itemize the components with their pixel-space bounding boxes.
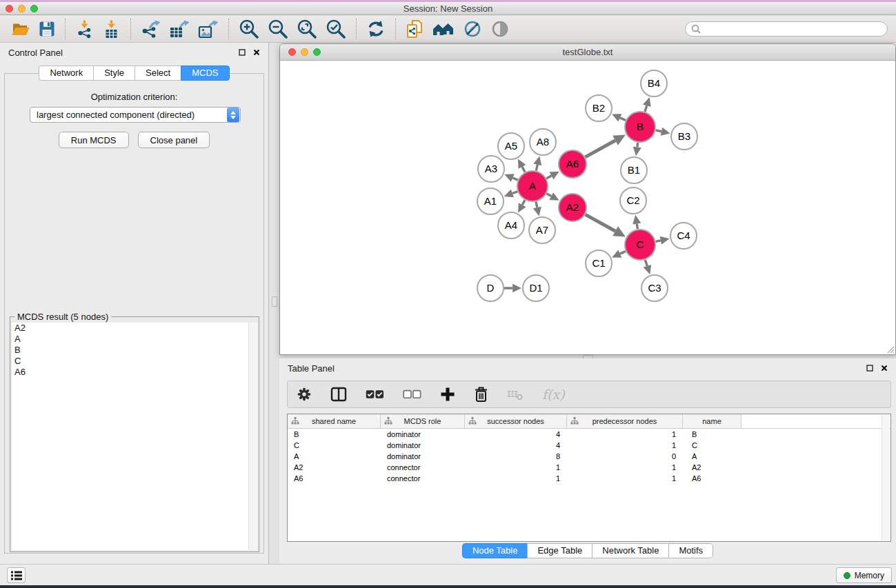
graph-edge[interactable]	[522, 167, 525, 172]
toolbar-separator	[356, 19, 357, 39]
add-column-icon[interactable]	[440, 387, 455, 402]
select-all-columns-icon[interactable]	[366, 389, 384, 399]
criterion-select[interactable]: largest connected component (directed)	[30, 107, 241, 123]
network-graph[interactable]: B4B2BB3A5A8A6A3B1AA1C2A2A4A7C4CC1C3DD1	[280, 61, 895, 354]
graph-node-label: C1	[592, 257, 605, 269]
delete-columns-trash-icon[interactable]	[474, 386, 488, 403]
export-network-button[interactable]	[141, 20, 161, 39]
network-minimize-button[interactable]	[301, 48, 308, 56]
node-table-header: shared name MCDS role successor nodes	[288, 414, 890, 429]
table-settings-gear-icon[interactable]	[297, 387, 312, 402]
close-table-panel-icon[interactable]	[881, 365, 888, 372]
import-table-button[interactable]	[102, 20, 121, 39]
graph-edge[interactable]	[512, 192, 518, 194]
table-row[interactable]: A2connector11A2	[288, 462, 890, 473]
graph-edge[interactable]	[655, 130, 661, 132]
table-row[interactable]: Adominator80A	[288, 451, 890, 462]
network-zoom-button[interactable]	[313, 48, 321, 56]
network-close-button[interactable]	[288, 48, 296, 56]
close-panel-button[interactable]: Close panel	[138, 132, 210, 148]
network-canvas[interactable]: B4B2BB3A5A8A6A3B1AA1C2A2A4A7C4CC1C3DD1	[280, 61, 895, 354]
zoom-in-button[interactable]	[239, 19, 259, 39]
export-table-button[interactable]	[169, 20, 190, 39]
vertical-split-handle[interactable]	[272, 296, 277, 307]
home-button[interactable]	[432, 21, 455, 37]
control-panel: Control Panel Network Style Select MCDS …	[0, 43, 269, 564]
mcds-result-item[interactable]: B	[12, 345, 257, 356]
refresh-layout-button[interactable]	[366, 20, 386, 38]
tab-edge-table[interactable]: Edge Table	[527, 543, 592, 558]
hide-graphics-details-button[interactable]	[463, 19, 482, 39]
zoom-out-button[interactable]	[268, 19, 288, 39]
graph-edge[interactable]	[546, 194, 551, 196]
graph-edge[interactable]	[585, 141, 615, 157]
tab-node-table[interactable]: Node Table	[462, 543, 528, 558]
mcds-result-item[interactable]: A2	[12, 323, 257, 334]
zoom-window-button[interactable]	[30, 5, 38, 12]
graph-edge[interactable]	[620, 251, 626, 254]
mcds-result-item[interactable]: A6	[12, 367, 257, 378]
deselect-all-columns-icon[interactable]	[403, 389, 421, 399]
tab-network[interactable]: Network	[39, 65, 93, 81]
show-panels-button[interactable]	[7, 567, 26, 583]
graph-node-label: C4	[677, 230, 690, 241]
table-scrollbar[interactable]	[882, 415, 890, 540]
graph-edge[interactable]	[637, 223, 637, 229]
zoom-fit-button[interactable]	[297, 19, 317, 39]
graph-edge[interactable]	[645, 260, 647, 266]
graph-edge[interactable]	[656, 241, 661, 242]
graph-edge[interactable]	[522, 200, 525, 205]
toolbar-separator	[65, 19, 66, 39]
toolbar-separator	[130, 19, 131, 39]
tab-mcds[interactable]: MCDS	[181, 65, 229, 81]
run-mcds-button[interactable]: Run MCDS	[59, 132, 129, 148]
table-row[interactable]: A6connector11A6	[288, 473, 890, 484]
tab-network-table[interactable]: Network Table	[592, 543, 668, 558]
open-session-button[interactable]	[11, 21, 30, 37]
mcds-result-item[interactable]: A	[12, 334, 257, 345]
mcds-result-list[interactable]: A2ABCA6	[12, 323, 257, 550]
column-header-successor-nodes[interactable]: successor nodes	[465, 414, 567, 428]
tab-style[interactable]: Style	[93, 65, 135, 81]
close-panel-icon[interactable]	[253, 49, 260, 56]
delete-table-icon[interactable]	[507, 388, 524, 401]
close-window-button[interactable]	[6, 5, 13, 12]
export-table-icon	[169, 20, 190, 39]
float-panel-icon[interactable]	[239, 49, 246, 56]
search-input[interactable]	[701, 23, 882, 34]
float-table-panel-icon[interactable]	[866, 365, 873, 372]
graph-edge[interactable]	[536, 201, 537, 207]
window-resize-handle[interactable]	[886, 345, 895, 354]
graph-edge[interactable]	[645, 105, 647, 112]
function-builder-icon[interactable]: f(x)	[542, 387, 565, 401]
export-image-button[interactable]	[198, 20, 219, 39]
zoom-selected-button[interactable]	[326, 19, 346, 39]
column-type-icon	[384, 417, 392, 425]
graph-edge[interactable]	[512, 178, 518, 180]
tab-motifs[interactable]: Motifs	[668, 543, 713, 558]
column-header-predecessor-nodes[interactable]: predecessor nodes	[567, 414, 683, 428]
column-header-name[interactable]: name	[683, 414, 741, 428]
minimize-window-button[interactable]	[18, 5, 26, 12]
column-header-shared-name[interactable]: shared name	[288, 414, 381, 428]
control-panel-header: Control Panel	[0, 43, 268, 62]
tab-select[interactable]: Select	[135, 65, 181, 81]
memory-button[interactable]: Memory	[836, 567, 892, 583]
result-list-scrollbar[interactable]	[248, 323, 257, 550]
import-network-button[interactable]	[75, 20, 94, 39]
table-row[interactable]: Bdominator41B	[288, 429, 890, 440]
clone-network-button[interactable]	[406, 19, 424, 39]
save-session-button[interactable]	[39, 21, 55, 37]
graph-edge[interactable]	[585, 214, 615, 231]
home-icon	[432, 21, 455, 37]
toggle-bird-eye-view-button[interactable]	[490, 19, 510, 39]
graph-edge[interactable]	[637, 143, 638, 148]
edge-arrowhead-icon	[533, 207, 541, 216]
graph-edge[interactable]	[546, 176, 551, 179]
graph-edge[interactable]	[620, 118, 626, 121]
graph-edge[interactable]	[536, 165, 537, 171]
mcds-result-item[interactable]: C	[12, 356, 257, 367]
table-row[interactable]: Cdominator41C	[288, 440, 890, 451]
split-columns-icon[interactable]	[330, 387, 347, 402]
column-header-mcds-role[interactable]: MCDS role	[381, 414, 465, 428]
